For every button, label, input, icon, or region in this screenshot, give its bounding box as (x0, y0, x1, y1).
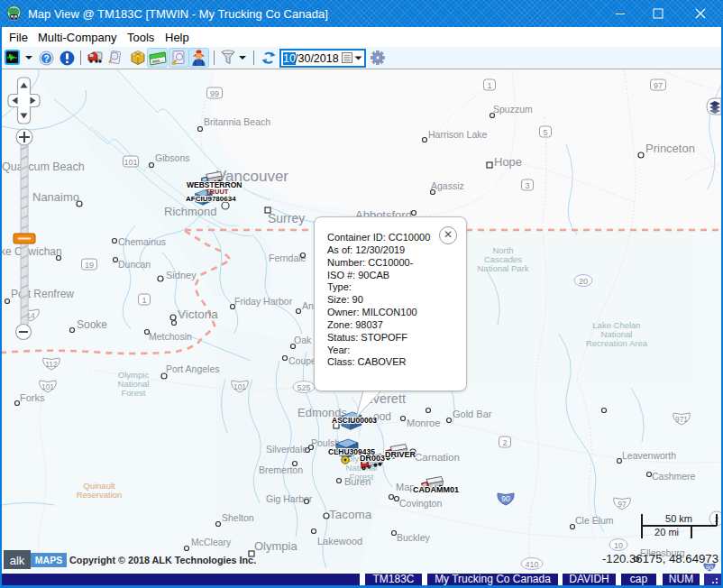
svg-text:An: An (302, 300, 314, 311)
svg-text:Sooke: Sooke (77, 318, 107, 331)
svg-text:DRIVER: DRIVER (385, 450, 416, 459)
svg-text:5: 5 (543, 128, 547, 137)
svg-text:2: 2 (502, 438, 507, 447)
svg-text:Spuzzum: Spuzzum (493, 104, 533, 115)
svg-text:112: 112 (45, 360, 58, 369)
svg-text:50 km: 50 km (665, 513, 692, 524)
svg-text:Bremerton: Bremerton (259, 464, 303, 475)
svg-text:Gold Bar: Gold Bar (453, 409, 492, 419)
svg-text:Carnation: Carnation (415, 452, 460, 463)
svg-text:-120.36175, 48.64973: -120.36175, 48.64973 (602, 552, 718, 565)
svg-text:Covington: Covington (399, 498, 442, 509)
svg-text:Duncan: Duncan (118, 259, 151, 270)
svg-text:410: 410 (525, 560, 538, 569)
svg-text:Cle Elum: Cle Elum (575, 515, 614, 526)
svg-text:Lakewood: Lakewood (317, 536, 362, 547)
svg-text:Victoria: Victoria (178, 308, 218, 321)
svg-text:Shelton: Shelton (222, 512, 254, 523)
svg-text:971: 971 (675, 415, 688, 424)
svg-text:AFCIU9780634: AFCIU9780634 (186, 195, 236, 203)
svg-text:Harrison Lake: Harrison Lake (428, 129, 488, 140)
svg-text:Copyright © 2018 ALK Technolog: Copyright © 2018 ALK Technologies Inc. (69, 555, 256, 565)
svg-text:1: 1 (487, 81, 491, 90)
svg-text:OlympicNationalForest: OlympicNationalForest (118, 370, 150, 398)
svg-text:Oak: Oak (294, 335, 312, 345)
svg-text:McCleary: McCleary (191, 537, 232, 547)
svg-text:Richmond: Richmond (164, 205, 217, 218)
svg-text:101: 101 (41, 382, 54, 391)
svg-text:DR003: DR003 (360, 454, 385, 463)
svg-text:CADAMM01: CADAMM01 (413, 485, 459, 494)
svg-text:90: 90 (501, 494, 510, 503)
svg-text:97: 97 (654, 81, 663, 90)
svg-text:525: 525 (297, 383, 310, 392)
svg-text:Friday Harbor: Friday Harbor (234, 296, 293, 307)
svg-text:Leavenworth: Leavenworth (622, 450, 676, 461)
svg-text:Buckley: Buckley (397, 532, 431, 543)
svg-text:ke Cowichan: ke Cowichan (2, 245, 62, 258)
svg-text:MAPS: MAPS (35, 555, 62, 565)
svg-text:101: 101 (124, 158, 137, 167)
svg-text:1: 1 (142, 296, 146, 305)
svg-text:Agassiz: Agassiz (431, 180, 464, 191)
svg-text:101: 101 (233, 382, 246, 391)
svg-text:Sidney: Sidney (166, 270, 197, 280)
svg-text:Forks: Forks (20, 392, 45, 403)
svg-text:Surrey: Surrey (268, 211, 305, 225)
svg-text:Monroe: Monroe (407, 418, 440, 428)
svg-text:Tacoma: Tacoma (329, 508, 372, 521)
svg-text:Britannia Beach: Britannia Beach (204, 116, 270, 127)
svg-text:20: 20 (579, 277, 588, 286)
svg-text:Metchosin: Metchosin (149, 331, 192, 342)
svg-text:Port Angeles: Port Angeles (166, 363, 220, 374)
svg-text:Coupe: Coupe (288, 355, 316, 366)
svg-text:19: 19 (85, 261, 94, 270)
svg-text:3: 3 (525, 181, 529, 190)
svg-text:Cashmere: Cashmere (652, 471, 696, 482)
svg-text:Chemainus: Chemainus (118, 236, 166, 247)
svg-text:Silverdale: Silverdale (266, 444, 307, 455)
svg-text:20 mi: 20 mi (654, 527, 679, 537)
svg-text:10: 10 (614, 541, 623, 550)
svg-text:Gibsons: Gibsons (155, 152, 190, 163)
svg-text:Hope: Hope (494, 155, 522, 169)
svg-text:Buren: Buren (344, 476, 371, 487)
svg-text:Princeton: Princeton (645, 142, 695, 155)
svg-text:Nanaimo: Nanaimo (32, 190, 79, 204)
svg-text:Olympia: Olympia (254, 539, 297, 553)
svg-text:alk: alk (10, 554, 25, 567)
svg-text:Qualicum Beach: Qualicum Beach (2, 161, 85, 173)
svg-text:99: 99 (210, 89, 219, 98)
svg-text:97: 97 (618, 500, 627, 509)
